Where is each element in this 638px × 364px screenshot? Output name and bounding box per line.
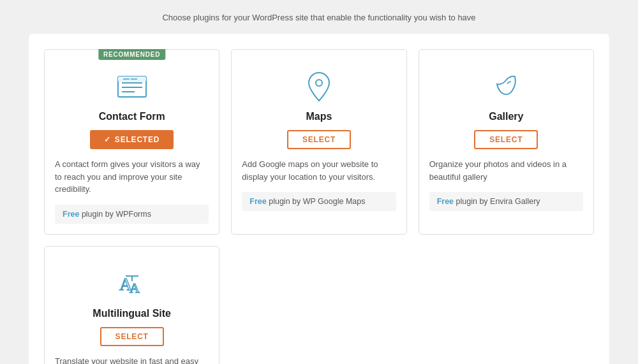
plugin-card-maps: Maps SELECT Add Google maps on your webs… — [231, 49, 406, 235]
contact-form-footer: Free plugin by WPForms — [55, 205, 209, 224]
recommended-badge: RECOMMENDED — [98, 49, 165, 60]
contact-form-name: Contact Form — [99, 111, 165, 122]
multilingual-description: Translate your website in fast and easy … — [55, 355, 209, 365]
maps-footer: Free plugin by WP Google Maps — [242, 192, 396, 211]
gallery-select-button[interactable]: SELECT — [474, 130, 538, 149]
gallery-description: Organize your photos and videos in a bea… — [429, 158, 583, 183]
plugin-card-multilingual: A A Multilingual Site SELECT Translate y… — [44, 246, 219, 365]
contact-form-free-label: Free — [63, 210, 79, 219]
gallery-icon — [491, 70, 521, 103]
empty-slot-1 — [231, 246, 406, 365]
maps-free-label: Free — [249, 197, 266, 206]
multilingual-select-button[interactable]: SELECT — [100, 327, 164, 346]
plugins-grid-bottom: A A Multilingual Site SELECT Translate y… — [44, 246, 594, 365]
gallery-free-label: Free — [437, 197, 454, 206]
contact-form-selected-button[interactable]: ✓ SELECTED — [90, 130, 174, 149]
maps-icon — [305, 70, 333, 103]
plugin-card-gallery: Gallery SELECT Organize your photos and … — [419, 49, 594, 235]
checkmark-icon: ✓ — [104, 135, 111, 144]
contact-form-description: A contact form gives your visitors a way… — [55, 158, 209, 196]
maps-by-text: plugin by WP Google Maps — [269, 197, 365, 206]
gallery-by-text: plugin by Envira Gallery — [456, 197, 540, 206]
maps-name: Maps — [306, 111, 332, 122]
multilingual-icon: A A — [115, 267, 149, 300]
maps-select-button[interactable]: SELECT — [287, 130, 351, 149]
main-container: RECOMMENDED Contact Form ✓ SELECTED A co… — [29, 34, 609, 364]
svg-text:A: A — [130, 280, 140, 296]
svg-point-7 — [316, 80, 322, 86]
page-subtitle: Choose plugins for your WordPress site t… — [162, 13, 475, 22]
gallery-name: Gallery — [489, 111, 523, 122]
multilingual-name: Multilingual Site — [93, 308, 171, 319]
plugins-grid-top: RECOMMENDED Contact Form ✓ SELECTED A co… — [44, 49, 594, 235]
maps-description: Add Google maps on your website to displ… — [242, 158, 396, 183]
gallery-footer: Free plugin by Envira Gallery — [429, 192, 583, 211]
contact-form-icon — [115, 70, 149, 103]
contact-form-by-text: plugin by WPForms — [82, 210, 151, 219]
empty-slot-2 — [419, 246, 594, 365]
plugin-card-contact-form: RECOMMENDED Contact Form ✓ SELECTED A co… — [44, 49, 219, 235]
